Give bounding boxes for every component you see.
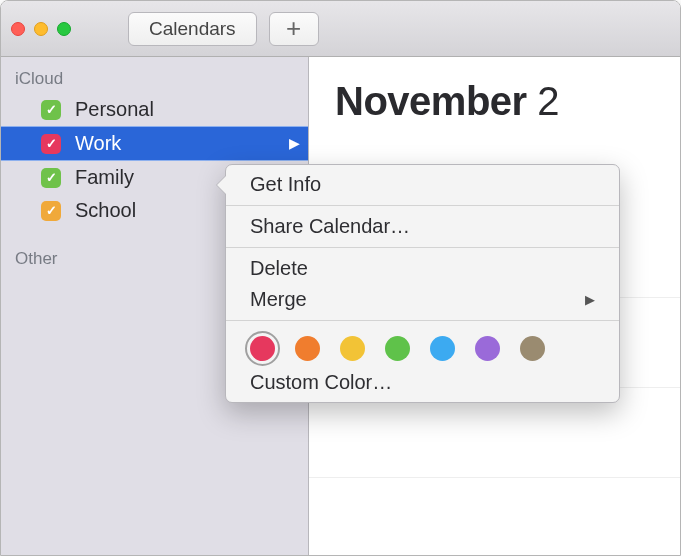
calendar-label: School — [75, 199, 136, 222]
year-partial: 2 — [537, 79, 559, 123]
grid-line — [309, 477, 680, 478]
maximize-window-button[interactable] — [57, 22, 71, 36]
context-menu: Get Info Share Calendar… Delete Merge ▶ … — [225, 164, 620, 403]
chevron-right-icon: ▶ — [289, 135, 300, 151]
color-swatch-blue[interactable] — [430, 336, 455, 361]
calendar-label: Personal — [75, 98, 154, 121]
menu-item-label: Share Calendar… — [250, 215, 410, 238]
month-name: November — [335, 79, 527, 123]
calendars-toggle-label: Calendars — [149, 18, 236, 40]
month-title: November 2 — [309, 57, 680, 124]
checkbox-icon[interactable]: ✓ — [41, 100, 61, 120]
color-swatch-brown[interactable] — [520, 336, 545, 361]
calendar-label: Work — [75, 132, 121, 155]
checkbox-icon[interactable]: ✓ — [41, 201, 61, 221]
menu-separator — [226, 247, 619, 248]
menu-item-label: Merge — [250, 288, 307, 311]
menu-item-label: Delete — [250, 257, 308, 280]
sidebar-group-icloud: iCloud — [1, 63, 308, 93]
toolbar: Calendars + — [1, 1, 680, 57]
color-swatch-green[interactable] — [385, 336, 410, 361]
calendars-toggle-button[interactable]: Calendars — [128, 12, 257, 46]
checkbox-icon[interactable]: ✓ — [41, 168, 61, 188]
menu-item-label: Custom Color… — [250, 371, 392, 394]
checkmark-icon: ✓ — [46, 102, 57, 117]
sidebar-item-work[interactable]: ✓ Work ▶ — [1, 126, 308, 161]
checkmark-icon: ✓ — [46, 170, 57, 185]
close-window-button[interactable] — [11, 22, 25, 36]
minimize-window-button[interactable] — [34, 22, 48, 36]
menu-item-merge[interactable]: Merge ▶ — [226, 284, 619, 315]
menu-item-label: Get Info — [250, 173, 321, 196]
app-window: Calendars + iCloud ✓ Personal ✓ Work ▶ — [0, 0, 681, 556]
menu-separator — [226, 205, 619, 206]
checkmark-icon: ✓ — [46, 136, 57, 151]
menu-item-delete[interactable]: Delete — [226, 253, 619, 284]
menu-item-get-info[interactable]: Get Info — [226, 169, 619, 200]
color-picker-row — [226, 326, 619, 367]
add-event-button[interactable]: + — [269, 12, 319, 46]
plus-icon: + — [286, 13, 301, 44]
color-swatch-red[interactable] — [250, 336, 275, 361]
checkmark-icon: ✓ — [46, 203, 57, 218]
menu-separator — [226, 320, 619, 321]
menu-item-custom-color[interactable]: Custom Color… — [226, 367, 619, 398]
window-controls — [11, 22, 71, 36]
color-swatch-yellow[interactable] — [340, 336, 365, 361]
menu-item-share-calendar[interactable]: Share Calendar… — [226, 211, 619, 242]
color-swatch-orange[interactable] — [295, 336, 320, 361]
sidebar-item-personal[interactable]: ✓ Personal — [1, 93, 308, 126]
calendar-label: Family — [75, 166, 134, 189]
chevron-right-icon: ▶ — [585, 292, 595, 307]
color-swatch-purple[interactable] — [475, 336, 500, 361]
checkbox-icon[interactable]: ✓ — [41, 134, 61, 154]
